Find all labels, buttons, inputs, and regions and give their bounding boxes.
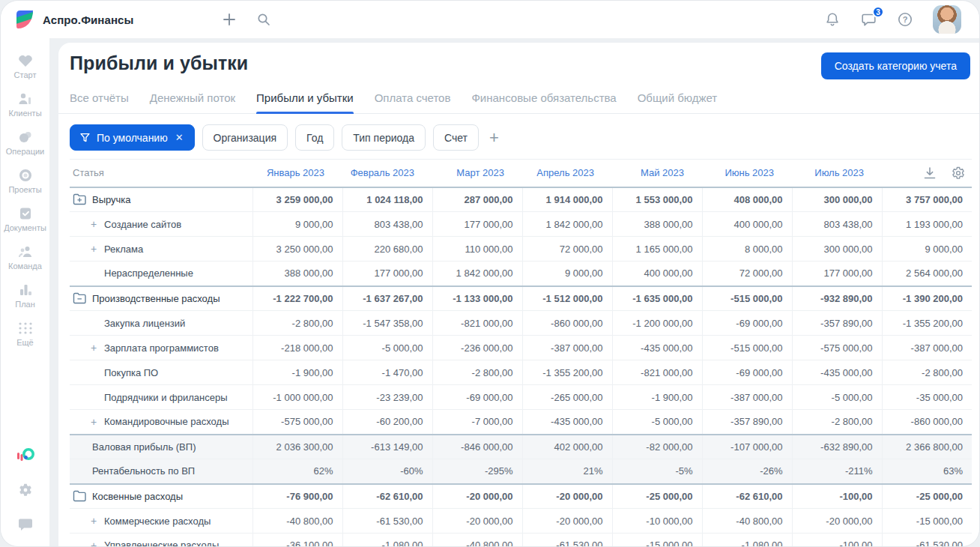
sidebar-item-more[interactable]: Ещё bbox=[1, 315, 49, 353]
aspro-cloud-logo-icon[interactable] bbox=[16, 446, 35, 464]
row-label-cell[interactable]: Производственные расходы bbox=[70, 286, 252, 311]
filter-chip-4[interactable]: Счет bbox=[433, 124, 479, 151]
value-cell: 287 000,00 bbox=[432, 187, 522, 212]
table-row: Закупка лицензий-2 800,00-1 547 358,00-8… bbox=[70, 311, 972, 336]
filter-chip-1[interactable]: Организация bbox=[202, 124, 288, 151]
sidebar-item-team[interactable]: Команда bbox=[1, 238, 49, 276]
sidebar-item-clients[interactable]: Клиенты bbox=[1, 85, 49, 124]
expand-plus-icon[interactable]: + bbox=[89, 218, 98, 230]
value-cell: -1 637 267,00 bbox=[342, 286, 432, 311]
create-category-button[interactable]: Создать категорию учета bbox=[821, 52, 970, 79]
sidebar-item-start[interactable]: Старт bbox=[1, 47, 49, 85]
row-label: Рентабельность по ВП bbox=[73, 465, 195, 477]
search-icon[interactable] bbox=[256, 12, 271, 27]
value-cell: 1 024 118,00 bbox=[342, 187, 432, 212]
value-cell: -613 149,00 bbox=[342, 435, 432, 459]
tab-3[interactable]: Прибыли и убытки bbox=[256, 87, 354, 113]
expand-plus-icon[interactable]: + bbox=[89, 243, 98, 255]
folder-plus-icon[interactable] bbox=[73, 193, 86, 205]
support-chat-icon[interactable] bbox=[16, 516, 34, 533]
row-label: Реклама bbox=[104, 244, 143, 255]
value-cell: -10 000,00 bbox=[612, 509, 702, 534]
sidebar-item-plan[interactable]: План bbox=[1, 276, 49, 315]
value-cell: 1 165 000,00 bbox=[612, 237, 702, 262]
row-label-cell[interactable]: Подрядчики и фрилансеры bbox=[70, 385, 252, 410]
value-cell: 21% bbox=[522, 459, 612, 484]
value-cell: 9 000,00 bbox=[882, 237, 972, 262]
documents-icon bbox=[17, 206, 34, 221]
filter-bar: По умолчанию✕ОрганизацияГодТип периодаСч… bbox=[70, 124, 968, 151]
tab-4[interactable]: Оплата счетов bbox=[375, 87, 451, 113]
value-cell: 400 000,00 bbox=[702, 212, 792, 237]
operations-icon bbox=[17, 130, 34, 145]
value-cell: -632 890,00 bbox=[792, 435, 882, 459]
value-cell: -1 222 700,00 bbox=[252, 286, 342, 311]
more-icon bbox=[17, 321, 34, 336]
value-cell: 2 036 300,00 bbox=[252, 435, 342, 459]
value-cell: 1 914 000,00 bbox=[522, 187, 612, 212]
row-label-cell[interactable]: Выручка bbox=[70, 187, 252, 212]
team-icon bbox=[17, 244, 34, 259]
row-label-cell[interactable]: +Управленческие расходы bbox=[70, 534, 252, 547]
table-row: +Реклама3 250 000,00220 680,00110 000,00… bbox=[70, 237, 972, 262]
row-label-cell[interactable]: Покупка ПО bbox=[70, 360, 252, 385]
value-cell: 177 000,00 bbox=[342, 262, 432, 286]
value-cell: -1 200 000,00 bbox=[612, 311, 702, 336]
value-cell: -20 000,00 bbox=[432, 484, 522, 509]
value-cell: -1 133 000,00 bbox=[432, 286, 522, 311]
sidebar-item-label: Проекты bbox=[8, 185, 41, 194]
create-plus-icon[interactable] bbox=[222, 12, 237, 27]
value-cell: -15 000,00 bbox=[612, 534, 702, 547]
table-row: Нераспределенные388 000,00177 000,001 84… bbox=[70, 262, 972, 286]
sidebar-item-label: Клиенты bbox=[8, 109, 41, 118]
filter-chip-2[interactable]: Год bbox=[295, 124, 334, 151]
sidebar-item-documents[interactable]: Документы bbox=[1, 200, 49, 238]
row-label-cell[interactable]: +Коммерческие расходы bbox=[70, 509, 252, 534]
row-label-cell[interactable]: Косвенные расходы bbox=[70, 484, 252, 509]
row-label-cell[interactable]: Нераспределенные bbox=[70, 262, 252, 286]
messages-chat-icon[interactable]: 3 bbox=[860, 11, 877, 28]
row-label: Покупка ПО bbox=[104, 367, 158, 378]
expand-plus-icon[interactable]: + bbox=[89, 515, 98, 527]
row-label: Закупка лицензий bbox=[104, 318, 185, 329]
row-label-cell[interactable]: Закупка лицензий bbox=[70, 311, 252, 336]
value-cell: -15 000,00 bbox=[882, 509, 972, 534]
value-cell: -2 800,00 bbox=[432, 360, 522, 385]
expand-plus-icon[interactable]: + bbox=[89, 342, 98, 354]
row-label-cell[interactable]: +Создание сайтов bbox=[70, 212, 252, 237]
user-avatar[interactable] bbox=[933, 5, 961, 34]
row-label-cell[interactable]: +Командировочные расходы bbox=[70, 410, 252, 435]
column-header-month-6: Июнь 2023 bbox=[702, 160, 792, 187]
expand-plus-icon[interactable]: + bbox=[89, 540, 98, 546]
value-cell: 1 553 000,00 bbox=[612, 187, 702, 212]
row-label-cell[interactable]: +Зарплата программистов bbox=[70, 336, 252, 360]
remove-filter-icon[interactable]: ✕ bbox=[175, 132, 184, 143]
settings-gear-icon[interactable] bbox=[17, 482, 34, 498]
page-title: Прибыли и убытки bbox=[70, 52, 248, 74]
expand-plus-icon[interactable]: + bbox=[89, 416, 98, 428]
filter-chip-3[interactable]: Тип периода bbox=[342, 124, 426, 151]
tab-5[interactable]: Финансовые обязательства bbox=[471, 87, 616, 113]
filter-chip-default[interactable]: По умолчанию✕ bbox=[70, 124, 195, 151]
sidebar-item-operations[interactable]: Операции bbox=[1, 124, 49, 162]
report-tabs: Все отчётыДенежный потокПрибыли и убытки… bbox=[58, 87, 979, 114]
value-cell: -218 000,00 bbox=[252, 336, 342, 360]
folder-minus-icon[interactable] bbox=[73, 292, 86, 304]
tab-1[interactable]: Все отчёты bbox=[70, 87, 129, 113]
help-icon[interactable]: ? bbox=[897, 11, 913, 28]
table-row: +Коммерческие расходы-40 800,00-61 530,0… bbox=[70, 509, 972, 534]
folder-icon[interactable] bbox=[73, 490, 86, 502]
column-header-month-1: Январь 2023 bbox=[252, 160, 342, 187]
value-cell: -860 000,00 bbox=[882, 410, 972, 435]
table-settings-gear-icon[interactable] bbox=[951, 166, 966, 181]
download-icon[interactable] bbox=[922, 166, 937, 181]
sidebar-item-projects[interactable]: Проекты bbox=[1, 162, 49, 200]
notifications-bell-icon[interactable] bbox=[824, 11, 841, 28]
tab-6[interactable]: Общий бюджет bbox=[638, 87, 718, 113]
value-cell: 388 000,00 bbox=[612, 212, 702, 237]
value-cell: 400 000,00 bbox=[612, 262, 702, 286]
tab-2[interactable]: Денежный поток bbox=[150, 87, 235, 113]
row-label-cell[interactable]: +Реклама bbox=[70, 237, 252, 262]
add-filter-plus-icon[interactable]: + bbox=[486, 130, 502, 146]
value-cell: -2 800,00 bbox=[792, 410, 882, 435]
